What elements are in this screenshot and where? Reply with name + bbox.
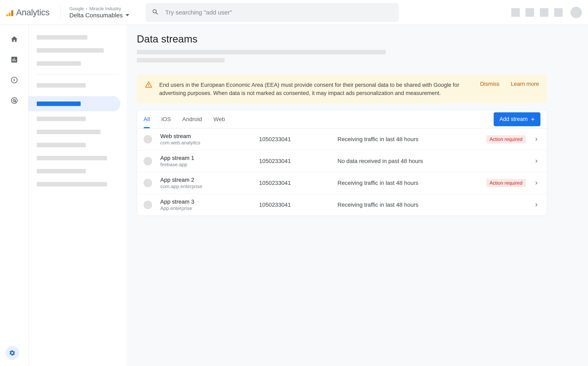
header-action-placeholder[interactable] <box>511 8 520 17</box>
caret-down-icon <box>126 14 129 16</box>
explore-icon[interactable] <box>10 76 18 84</box>
tab-web[interactable]: Web <box>213 110 225 128</box>
tab-android[interactable]: Android <box>182 110 202 128</box>
header-action-placeholder[interactable] <box>526 8 534 17</box>
add-stream-button[interactable]: Add stream + <box>494 112 540 126</box>
stream-row[interactable]: App stream 2 com.app.enterprise 10502330… <box>137 172 547 194</box>
breadcrumb: Google › Miracle Industry <box>69 6 129 11</box>
add-stream-label: Add stream <box>499 116 528 122</box>
stream-name: App stream 3 <box>160 198 254 205</box>
product-name: Analytics <box>16 8 50 17</box>
stream-tabs: All iOS Android Web <box>143 110 225 128</box>
stream-row[interactable]: Web stream com.web.analyitcs 1050233041 … <box>137 129 547 150</box>
stream-type-icon <box>143 135 152 144</box>
consent-alert: End users in the European Economic Area … <box>137 75 547 103</box>
search-input[interactable]: Try searching "add user" <box>146 3 399 22</box>
search-placeholder: Try searching "add user" <box>165 9 232 16</box>
stream-name-block: Web stream com.web.analyitcs <box>160 133 254 146</box>
property-name: Delta Consumables <box>69 12 123 19</box>
stream-id: 1050233041 <box>259 136 332 143</box>
reports-icon[interactable] <box>10 56 18 64</box>
stream-status: Receiving traffic in last 48 hours <box>338 202 478 208</box>
stream-id: 1050233041 <box>259 202 332 208</box>
divider <box>60 6 60 19</box>
alert-message: End users in the European Economic Area … <box>159 81 469 97</box>
description-placeholder <box>137 50 386 54</box>
admin-settings-button[interactable] <box>5 346 19 360</box>
admin-sidebar <box>29 25 127 366</box>
search-icon <box>152 8 159 16</box>
stream-type-icon <box>143 179 152 187</box>
chevron-right-icon <box>532 157 540 165</box>
breadcrumb-account: Miracle Industry <box>90 6 121 11</box>
chevron-right-icon <box>532 135 540 143</box>
stream-name: App stream 1 <box>160 155 254 161</box>
stream-row[interactable]: App stream 1 firebase.app 1050233041 No … <box>137 150 547 172</box>
stream-identifier: com.app.enterprise <box>160 184 254 189</box>
action-required-badge: Action required <box>486 135 526 143</box>
warning-icon <box>145 81 152 89</box>
stream-status: No data received in past 48 hours <box>338 158 478 164</box>
stream-badge-slot: Action required <box>482 135 527 143</box>
header-action-placeholder[interactable] <box>554 8 563 17</box>
home-icon[interactable] <box>10 35 18 43</box>
action-required-badge: Action required <box>486 179 526 187</box>
stream-identifier: com.web.analyitcs <box>160 140 254 146</box>
stream-name-block: App stream 1 firebase.app <box>160 155 254 168</box>
page-title: Data streams <box>137 33 547 45</box>
stream-name: App stream 2 <box>160 177 254 183</box>
description-placeholder <box>137 58 225 62</box>
sidebar-active-item[interactable] <box>29 96 121 111</box>
plus-icon: + <box>531 116 535 122</box>
stream-id: 1050233041 <box>259 158 332 164</box>
stream-id: 1050233041 <box>259 180 332 186</box>
header-action-placeholder[interactable] <box>540 8 548 17</box>
stream-name: Web stream <box>160 133 254 139</box>
stream-type-icon <box>143 201 152 209</box>
chevron-right-icon <box>532 201 540 209</box>
svg-rect-3 <box>148 86 149 87</box>
stream-rows: Web stream com.web.analyitcs 1050233041 … <box>137 129 547 216</box>
tab-ios[interactable]: iOS <box>161 110 171 128</box>
dismiss-button[interactable]: Dismiss <box>480 81 499 87</box>
app-header: Analytics Google › Miracle Industry Delt… <box>0 0 588 25</box>
breadcrumb-org: Google <box>69 6 84 11</box>
advertising-icon[interactable] <box>10 96 18 105</box>
stream-identifier: App.enterprise <box>160 206 254 211</box>
stream-type-icon <box>143 157 152 165</box>
main-content: Data streams End users in the European E… <box>127 25 588 366</box>
stream-badge-slot: Action required <box>482 179 527 187</box>
stream-status: Receiving traffic in last 48 hours <box>338 180 478 186</box>
nav-rail <box>0 25 29 366</box>
header-actions <box>511 7 582 18</box>
avatar[interactable] <box>570 7 582 18</box>
analytics-logo-icon <box>6 8 13 16</box>
learn-more-link[interactable]: Learn more <box>511 81 539 87</box>
stream-status: Receiving traffic in last 48 hours <box>338 136 478 143</box>
chevron-right-icon <box>532 179 540 187</box>
chevron-right-icon: › <box>86 6 87 11</box>
stream-name-block: App stream 2 com.app.enterprise <box>160 177 254 189</box>
stream-row[interactable]: App stream 3 App.enterprise 1050233041 R… <box>137 194 547 216</box>
streams-card: All iOS Android Web Add stream + Web str… <box>137 110 547 216</box>
tab-all[interactable]: All <box>143 110 150 128</box>
logo-area: Analytics <box>6 8 50 17</box>
card-header: All iOS Android Web Add stream + <box>137 110 547 129</box>
property-selector[interactable]: Google › Miracle Industry Delta Consumab… <box>69 6 129 19</box>
svg-rect-2 <box>148 84 149 86</box>
stream-name-block: App stream 3 App.enterprise <box>160 198 254 211</box>
stream-identifier: firebase.app <box>160 162 254 168</box>
